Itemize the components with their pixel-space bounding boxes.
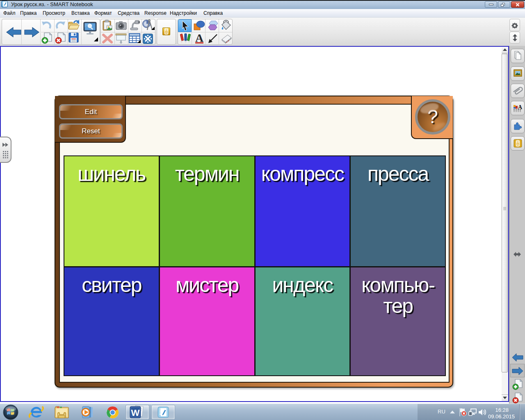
svg-text:W: W (131, 408, 140, 418)
svg-text:A: A (518, 104, 523, 110)
